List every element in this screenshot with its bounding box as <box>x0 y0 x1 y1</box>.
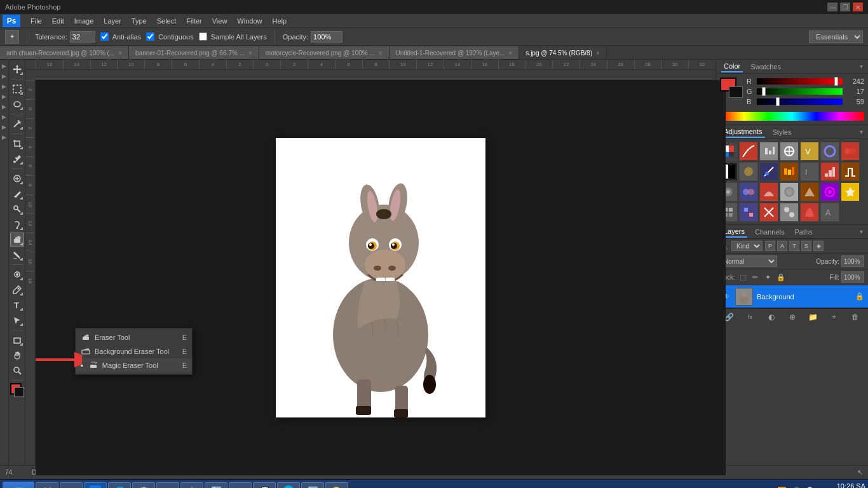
adj-hsl[interactable] <box>820 142 839 161</box>
adjustments-tab[interactable]: Adjustments <box>721 126 765 138</box>
tab-close-1[interactable]: × <box>118 50 122 57</box>
styles-tab[interactable]: Styles <box>770 127 794 137</box>
start-button[interactable]: ⊞ <box>3 482 34 489</box>
adj-s13[interactable]: A <box>820 203 839 222</box>
essentials-dropdown[interactable]: Essentials <box>809 30 863 43</box>
antialias-checkbox[interactable] <box>100 32 109 41</box>
adj-vibrance[interactable]: V <box>800 142 819 161</box>
tab-motorcycle[interactable]: motorcycle-Recovered.png @ 100% ... × <box>259 46 390 59</box>
menu-select[interactable]: Select <box>152 16 182 26</box>
adj-s2[interactable] <box>739 182 758 201</box>
new-layer-icon[interactable]: + <box>828 311 841 323</box>
adj-exposure[interactable] <box>780 142 799 161</box>
swatches-tab[interactable]: Swatches <box>748 62 783 72</box>
marquee-tool[interactable] <box>10 82 24 96</box>
minimize-button[interactable]: — <box>827 3 837 11</box>
lock-all-icon[interactable]: 🔒 <box>776 272 786 282</box>
taskbar-photoshop[interactable]: Ps <box>84 482 107 489</box>
panel-toggle-4[interactable]: ▶ <box>1 93 8 100</box>
history-brush-tool[interactable] <box>10 217 24 231</box>
taskbar-calc[interactable]: 🔢 <box>301 482 324 489</box>
magic-wand-tool[interactable] <box>10 117 24 131</box>
adj-panel-collapse[interactable]: ▾ <box>860 128 863 135</box>
tab-close-5[interactable]: × <box>596 50 600 57</box>
adj-s5[interactable] <box>800 182 819 201</box>
adj-photo-filter[interactable] <box>739 162 758 181</box>
background-eraser-tool-item[interactable]: Background Eraser Tool E <box>76 344 192 358</box>
color-panel-collapse[interactable]: ▾ <box>860 63 863 70</box>
path-select-tool[interactable] <box>10 313 24 327</box>
mask-icon[interactable]: ◐ <box>765 311 778 323</box>
taskbar-explorer[interactable]: 📁 <box>60 482 83 489</box>
zoom-tool[interactable] <box>10 363 24 377</box>
menu-window[interactable]: Window <box>232 16 267 26</box>
menu-layer[interactable]: Layer <box>98 16 126 26</box>
layer-background[interactable]: 👁 Background 🔒 <box>716 285 868 308</box>
adj-color-lookup[interactable] <box>780 162 799 181</box>
canvas-container[interactable]: Eraser Tool E Background Eraser Tool E <box>36 80 726 475</box>
taskbar-app1[interactable]: 📋 <box>132 482 155 489</box>
delete-layer-icon[interactable]: 🗑 <box>849 311 862 323</box>
healing-tool[interactable] <box>10 172 24 186</box>
taskbar-game[interactable]: 🎮 <box>229 482 252 489</box>
adj-color-balance[interactable] <box>841 142 860 161</box>
dodge-tool[interactable] <box>10 268 24 281</box>
search-adjustment-icon[interactable]: A <box>777 241 787 251</box>
taskbar-add[interactable]: ➕ <box>180 482 203 489</box>
panel-toggle-2[interactable]: ▶ <box>1 72 8 80</box>
pen-tool[interactable] <box>10 283 24 297</box>
search-pixel-icon[interactable]: P <box>765 241 775 251</box>
adj-levels[interactable] <box>759 142 778 161</box>
taskbar-skype[interactable]: S <box>277 482 300 489</box>
text-tool[interactable]: T <box>10 298 24 312</box>
search-smart-icon[interactable]: ◈ <box>813 241 824 251</box>
tab-untitled[interactable]: Untitled-1-Recovered @ 192% (Laye... × <box>390 46 520 59</box>
panel-toggle-5[interactable]: ▶ <box>1 103 8 111</box>
hand-tool[interactable] <box>10 348 24 362</box>
taskbar-firefox[interactable]: 🦊 <box>36 482 58 489</box>
sample-all-checkbox[interactable] <box>199 32 207 41</box>
clone-tool[interactable] <box>10 202 24 216</box>
lock-transparent-icon[interactable]: ⬚ <box>738 272 748 282</box>
menu-view[interactable]: View <box>207 16 233 26</box>
contiguous-checkbox[interactable] <box>146 32 154 41</box>
brush-tool[interactable] <box>10 187 24 201</box>
crop-tool[interactable] <box>10 137 24 151</box>
adj-curves[interactable] <box>739 142 758 161</box>
color-swatches[interactable] <box>10 383 24 397</box>
taskbar-chrome[interactable]: 🌐 <box>108 482 131 489</box>
adj-s9[interactable] <box>739 203 758 222</box>
menu-image[interactable]: Image <box>69 16 99 26</box>
adj-s11[interactable] <box>780 203 799 222</box>
taskbar-color[interactable]: 🎨 <box>325 482 348 489</box>
fx-icon[interactable]: fx <box>744 311 757 323</box>
tab-close-2[interactable]: × <box>248 50 252 57</box>
menu-type[interactable]: Type <box>126 16 152 26</box>
tab-close-3[interactable]: × <box>379 50 383 57</box>
adj-s12[interactable] <box>800 203 819 222</box>
tab-banner[interactable]: banner-01-Recovered.png @ 66.7% ... × <box>129 46 259 59</box>
close-button[interactable]: ✕ <box>853 3 863 11</box>
adj-s7[interactable] <box>841 182 860 201</box>
color-spectrum[interactable] <box>720 112 864 121</box>
panel-toggle-3[interactable]: ▶ <box>1 83 8 90</box>
b-slider-thumb[interactable] <box>776 97 780 106</box>
tab-anh-chuan[interactable]: anh chuan-Recovered.jpg @ 100% (... × <box>0 46 129 59</box>
adj-invert[interactable]: I <box>800 162 819 181</box>
search-text-icon[interactable]: T <box>789 241 799 251</box>
search-shape-icon[interactable]: S <box>801 241 811 251</box>
adj-s3[interactable] <box>759 182 778 201</box>
tray-sound[interactable]: 🔊 <box>790 485 802 489</box>
eyedropper-tool[interactable] <box>10 152 24 166</box>
magic-eraser-tool-item[interactable]: Magic Eraser Tool E <box>76 358 192 372</box>
menu-edit[interactable]: Edit <box>47 16 69 26</box>
menu-filter[interactable]: Filter <box>181 16 207 26</box>
adj-layer-icon[interactable]: ⊕ <box>786 311 799 323</box>
taskbar-email[interactable]: 📧 <box>156 482 179 489</box>
lock-paint-icon[interactable]: ✏ <box>750 272 761 282</box>
lasso-tool[interactable] <box>10 97 24 111</box>
opacity-input[interactable] <box>841 255 864 267</box>
tray-network[interactable]: 📶 <box>776 485 788 489</box>
tray-show-icons[interactable]: ▲ <box>763 485 774 489</box>
layers-panel-collapse[interactable]: ▾ <box>860 228 863 235</box>
